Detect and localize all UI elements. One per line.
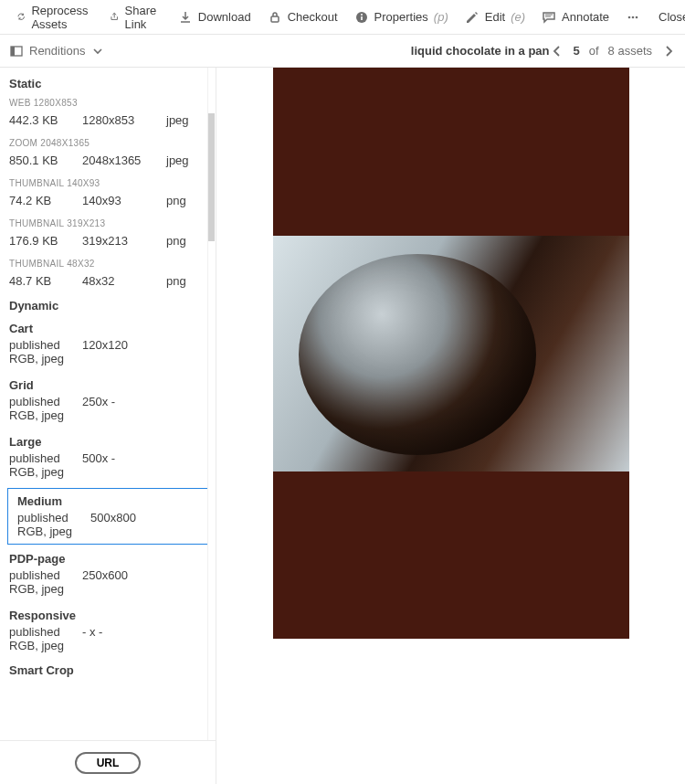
sub-toolbar: Renditions liquid chocolate in a pan 5 o… — [0, 35, 685, 68]
scrollbar[interactable] — [207, 68, 215, 740]
asset-pager: 5 of 8 assets — [550, 44, 677, 58]
asset-image — [273, 236, 629, 471]
content-area: Static WEB 1280X853 442.3 KB 1280x853 jp… — [0, 68, 685, 784]
static-dim: 48x32 — [82, 274, 150, 288]
dynamic-dim: 120x120 — [82, 338, 128, 352]
dynamic-item-large[interactable]: Large published500x - RGB, jpeg — [0, 431, 216, 484]
side-rail: Static WEB 1280X853 442.3 KB 1280x853 jp… — [0, 68, 216, 784]
dynamic-meta: RGB, jpeg — [9, 352, 206, 366]
properties-button[interactable]: Properties (p) — [347, 6, 456, 28]
svg-rect-8 — [11, 47, 15, 56]
dynamic-status: published — [9, 395, 66, 408]
pencil-icon — [465, 10, 480, 25]
share-link-button[interactable]: Share Link — [102, 0, 169, 35]
dynamic-meta: RGB, jpeg — [17, 524, 198, 538]
refresh-icon — [16, 10, 26, 25]
dynamic-dim: 250x - — [82, 395, 115, 408]
dynamic-status: published — [9, 568, 66, 582]
side-footer: URL — [0, 740, 216, 784]
download-icon — [178, 10, 193, 25]
svg-point-6 — [636, 16, 638, 18]
dynamic-title: Large — [9, 435, 206, 449]
section-static: Static — [0, 75, 216, 96]
svg-rect-2 — [361, 16, 363, 20]
dynamic-status: published — [9, 625, 66, 639]
properties-shortcut: (p) — [434, 10, 448, 24]
static-dim: 2048x1365 — [82, 154, 150, 167]
pager-of: of — [589, 44, 599, 58]
dynamic-meta: RGB, jpeg — [9, 408, 206, 422]
static-label: THUMBNAIL 319X213 — [9, 218, 206, 228]
dynamic-meta: RGB, jpeg — [9, 465, 206, 479]
chevron-right-icon[interactable] — [661, 44, 676, 58]
static-label: ZOOM 2048X1365 — [9, 138, 206, 148]
close-label: Close — [659, 10, 685, 24]
static-fmt: png — [166, 274, 203, 288]
svg-rect-0 — [271, 16, 279, 22]
static-item[interactable]: THUMBNAIL 48X32 48.7 KB 48x32 png — [0, 257, 216, 297]
dynamic-dim: 500x800 — [90, 511, 136, 524]
dynamic-meta: RGB, jpeg — [9, 582, 206, 596]
lock-icon — [268, 10, 282, 25]
close-button[interactable]: Close — [651, 6, 685, 27]
static-label: WEB 1280X853 — [9, 98, 206, 108]
svg-point-3 — [361, 14, 363, 16]
dynamic-item-grid[interactable]: Grid published250x - RGB, jpeg — [0, 375, 216, 428]
dynamic-item-cart[interactable]: Cart published120x120 RGB, jpeg — [0, 318, 216, 371]
checkout-button[interactable]: Checkout — [260, 6, 345, 28]
static-size: 850.1 KB — [9, 154, 66, 167]
static-dim: 140x93 — [82, 194, 150, 207]
static-fmt: png — [166, 234, 203, 248]
dynamic-status: published — [9, 338, 66, 352]
dynamic-meta: RGB, jpeg — [9, 639, 206, 652]
section-dynamic: Dynamic — [0, 297, 216, 318]
dynamic-title: Medium — [17, 494, 198, 508]
annotate-label: Annotate — [562, 10, 609, 24]
pager-total: 8 assets — [608, 44, 652, 58]
annotate-button[interactable]: Annotate — [534, 6, 616, 28]
more-button[interactable] — [618, 6, 648, 28]
dynamic-dim: - x - — [82, 625, 102, 639]
renditions-dropdown[interactable]: Renditions — [9, 44, 105, 58]
download-button[interactable]: Download — [171, 6, 258, 28]
reprocess-assets-button[interactable]: Reprocess Assets — [9, 0, 100, 35]
static-item[interactable]: ZOOM 2048X1365 850.1 KB 2048x1365 jpeg — [0, 136, 216, 176]
edit-shortcut: (e) — [511, 10, 525, 24]
static-item[interactable]: THUMBNAIL 319X213 176.9 KB 319x213 png — [0, 217, 216, 257]
rail-left-icon — [9, 44, 24, 58]
image-frame — [273, 68, 629, 639]
dynamic-item-responsive[interactable]: Responsive published- x - RGB, jpeg — [0, 605, 216, 658]
svg-point-4 — [628, 16, 631, 18]
share-label: Share Link — [125, 4, 162, 31]
static-dim: 319x213 — [82, 234, 150, 248]
dynamic-item-pdp[interactable]: PDP-page published250x600 RGB, jpeg — [0, 548, 216, 601]
static-fmt: jpeg — [166, 113, 203, 127]
dynamic-dim: 250x600 — [82, 568, 128, 582]
properties-label: Properties — [374, 10, 428, 24]
static-label: THUMBNAIL 140X93 — [9, 178, 206, 188]
static-fmt: png — [166, 194, 203, 207]
dynamic-status: published — [9, 451, 66, 465]
url-button[interactable]: URL — [75, 752, 142, 774]
dynamic-title: Responsive — [9, 609, 206, 622]
dynamic-title: PDP-page — [9, 552, 206, 566]
dynamic-dim: 500x - — [82, 451, 115, 465]
dynamic-item-medium[interactable]: Medium published500x800 RGB, jpeg — [7, 488, 208, 545]
pager-current: 5 — [574, 44, 580, 58]
chevron-left-icon[interactable] — [550, 44, 564, 58]
preview-pane — [216, 68, 685, 784]
static-size: 74.2 KB — [9, 194, 66, 207]
edit-button[interactable]: Edit (e) — [458, 6, 532, 28]
renditions-label: Renditions — [29, 44, 85, 58]
static-item[interactable]: THUMBNAIL 140X93 74.2 KB 140x93 png — [0, 176, 216, 217]
static-item[interactable]: WEB 1280X853 442.3 KB 1280x853 jpeg — [0, 96, 216, 136]
download-label: Download — [198, 10, 251, 24]
comment-icon — [542, 10, 556, 25]
section-smartcrop: Smart Crop — [0, 662, 216, 683]
top-toolbar: Reprocess Assets Share Link Download Che… — [0, 0, 685, 35]
edit-label: Edit — [485, 10, 505, 24]
reprocess-label: Reprocess Assets — [31, 4, 93, 31]
share-icon — [110, 10, 119, 25]
static-size: 48.7 KB — [9, 274, 66, 288]
static-dim: 1280x853 — [82, 113, 150, 127]
